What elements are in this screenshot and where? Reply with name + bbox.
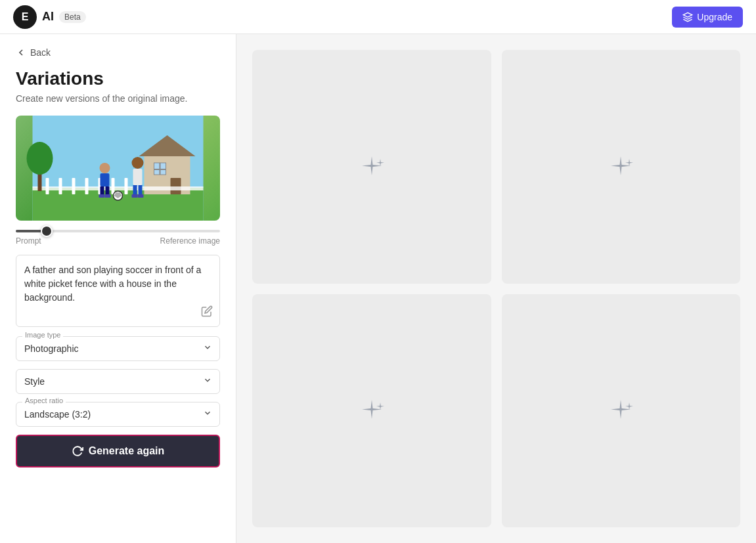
refresh-icon	[72, 445, 83, 457]
upgrade-icon	[682, 12, 693, 22]
app-logo: E	[13, 5, 37, 29]
svg-rect-28	[106, 186, 110, 196]
svg-rect-27	[100, 186, 104, 196]
image-type-label: Image type	[22, 331, 63, 339]
left-panel: Back Variations Create new versions of t…	[0, 34, 236, 543]
slider-thumb[interactable]	[41, 225, 53, 237]
svg-rect-26	[100, 173, 110, 186]
generate-again-button[interactable]: Generate again	[16, 435, 220, 467]
svg-rect-23	[132, 194, 138, 198]
slider-labels: Prompt Reference image	[16, 236, 220, 246]
slider-track[interactable]	[16, 230, 220, 232]
svg-rect-15	[125, 178, 128, 194]
svg-rect-14	[112, 178, 115, 194]
sparkle-icon-3	[359, 397, 385, 424]
svg-rect-8	[33, 186, 204, 190]
generated-image-3[interactable]	[252, 294, 491, 528]
strength-slider-container	[16, 230, 220, 232]
svg-rect-29	[99, 194, 105, 198]
sparkle-icon-2	[608, 154, 634, 180]
svg-point-18	[27, 142, 53, 175]
page-subtitle: Create new versions of the original imag…	[16, 93, 220, 104]
svg-rect-30	[105, 194, 111, 198]
svg-rect-9	[46, 178, 49, 194]
page-title: Variations	[16, 68, 220, 89]
svg-point-19	[132, 157, 144, 169]
aspect-ratio-field: Aspect ratio Landscape (3:2) Portrait (2…	[16, 402, 220, 427]
svg-rect-21	[133, 185, 137, 196]
svg-rect-20	[133, 169, 143, 185]
edit-prompt-icon[interactable]	[201, 305, 213, 320]
slider-right-label: Reference image	[160, 236, 220, 246]
prompt-container	[16, 255, 220, 327]
svg-rect-11	[72, 178, 76, 194]
aspect-ratio-label: Aspect ratio	[22, 397, 66, 404]
image-type-field: Image type Photographic Digital Art Illu…	[16, 336, 220, 361]
beta-badge: Beta	[59, 11, 86, 23]
svg-rect-22	[139, 185, 143, 196]
svg-point-25	[100, 163, 110, 173]
style-field: Style Cinematic Vivid Dramatic	[16, 369, 220, 394]
svg-rect-7	[171, 178, 181, 194]
style-select[interactable]: Style Cinematic Vivid Dramatic	[16, 369, 220, 394]
back-arrow-icon	[16, 47, 26, 58]
sparkle-icon-4	[608, 397, 634, 424]
generated-image-1[interactable]	[252, 50, 491, 284]
header-left: E AI Beta	[13, 5, 86, 29]
aspect-ratio-select[interactable]: Landscape (3:2) Portrait (2:3) Square (1…	[16, 402, 220, 427]
generated-image-2[interactable]	[502, 50, 741, 284]
svg-rect-24	[138, 194, 144, 198]
app-header: E AI Beta Upgrade	[0, 0, 756, 34]
back-button[interactable]: Back	[16, 47, 51, 58]
main-layout: Back Variations Create new versions of t…	[0, 34, 756, 543]
sparkle-icon-1	[359, 154, 385, 180]
svg-rect-6	[154, 169, 166, 170]
app-name-label: AI	[42, 10, 54, 24]
reference-image-svg	[16, 116, 220, 221]
svg-rect-10	[59, 178, 62, 194]
upgrade-button[interactable]: Upgrade	[672, 7, 743, 28]
reference-image-preview	[16, 116, 220, 221]
image-grid	[236, 34, 756, 543]
image-type-select[interactable]: Photographic Digital Art Illustration Pa…	[16, 336, 220, 361]
slider-left-label: Prompt	[16, 236, 41, 246]
prompt-textarea[interactable]	[24, 263, 211, 316]
svg-rect-12	[85, 178, 89, 194]
generated-image-4[interactable]	[502, 294, 741, 528]
